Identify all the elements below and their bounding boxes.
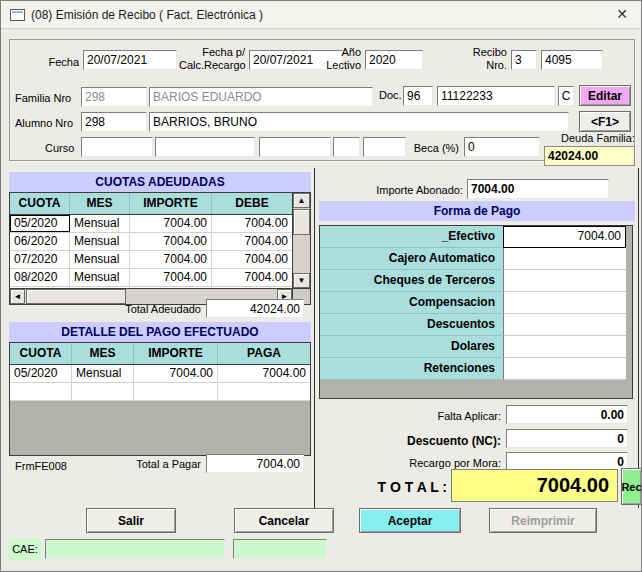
title-bar: (08) Emisión de Recibo ( Fact. Electróni…: [1, 1, 641, 29]
alumno-nro-input[interactable]: [81, 112, 147, 132]
rec-button[interactable]: Rec: [621, 468, 642, 505]
table-row[interactable]: 07/2020 Mensual 7004.00 7004.00: [10, 251, 292, 269]
descuento-nc-label: Descuento (NC):: [356, 434, 501, 448]
scrollbar-thumb[interactable]: [293, 209, 310, 235]
recibo-serie-input[interactable]: [511, 50, 537, 70]
detalle-pago-header: DETALLE DEL PAGO EFECTUADO: [9, 322, 311, 342]
falta-aplicar-input[interactable]: [506, 405, 628, 424]
familia-nro-label: Familia Nro: [15, 92, 71, 104]
cae-field-2[interactable]: [233, 539, 327, 559]
alumno-nombre-input[interactable]: [149, 112, 569, 132]
scroll-up-icon[interactable]: ▲: [293, 193, 310, 208]
salir-button[interactable]: Salir: [86, 508, 176, 533]
pago-row-cajero: Cajero Automatico: [320, 248, 632, 270]
total-a-pagar-label: Total a Pagar: [117, 458, 201, 470]
total-adeudado-label: Total Adeudado: [101, 303, 201, 315]
col-header-cuota: CUOTA: [10, 193, 70, 214]
forma-de-pago-grid: _Efectivo 7004.00 Cajero Automatico Cheq…: [319, 225, 633, 399]
window-title: (08) Emisión de Recibo ( Fact. Electróni…: [31, 1, 263, 29]
pago-row-efectivo: _Efectivo 7004.00: [320, 226, 632, 248]
pago-row-cheques: Cheques de Terceros: [320, 270, 632, 292]
deuda-familia-value: 42024.00: [544, 146, 635, 166]
curso-input-4[interactable]: [333, 137, 360, 157]
falta-aplicar-label: Falta Aplicar:: [361, 410, 501, 422]
total-a-pagar-input[interactable]: [206, 454, 304, 473]
familia-nombre-input[interactable]: [149, 87, 373, 107]
reimprimir-button[interactable]: Reimprimir: [489, 508, 597, 533]
col-header-cuota: CUOTA: [10, 343, 72, 364]
scroll-down-icon[interactable]: ▼: [293, 273, 310, 288]
fecha-recargo-label: Fecha p/ Calc.Recargo: [179, 46, 245, 72]
curso-input-3[interactable]: [259, 137, 331, 157]
anio-lectivo-input[interactable]: [365, 50, 423, 70]
importe-abonado-label: Importe Abonado:: [351, 184, 463, 196]
recargo-mora-label: Recargo por Mora:: [361, 457, 501, 469]
cancelar-button[interactable]: Cancelar: [234, 508, 334, 533]
editar-button[interactable]: Editar: [579, 85, 631, 106]
curso-input-5[interactable]: [363, 137, 406, 157]
table-row[interactable]: 08/2020 Mensual 7004.00 7004.00: [10, 269, 292, 287]
scrollbar-thumb[interactable]: [26, 289, 126, 304]
detalle-grid: CUOTA MES IMPORTE PAGA 05/2020 Mensual 7…: [9, 342, 311, 456]
col-header-paga: PAGA: [218, 343, 310, 364]
cuotas-grid: CUOTA MES IMPORTE DEBE 05/2020 Mensual 7…: [9, 192, 311, 305]
fecha-input[interactable]: [83, 50, 177, 70]
pago-row-dolares: Dolares: [320, 336, 632, 358]
emision-recibo-window: (08) Emisión de Recibo ( Fact. Electróni…: [0, 0, 642, 572]
curso-input-1[interactable]: [81, 137, 153, 157]
cuotas-grid-header: CUOTA MES IMPORTE DEBE: [10, 193, 292, 215]
curso-label: Curso: [45, 142, 74, 154]
table-row[interactable]: 05/2020 Mensual 7004.00 7004.00: [10, 365, 310, 383]
vertical-scrollbar[interactable]: ▲ ▼: [292, 193, 310, 288]
table-row-empty[interactable]: [10, 383, 310, 401]
anio-lectivo-label: Año Lectivo: [321, 46, 361, 72]
recibo-numero-input[interactable]: [541, 50, 603, 70]
right-border-line: [638, 168, 639, 508]
pago-row-compensacion: Compensacion: [320, 292, 632, 314]
total-value-box: 7004.00: [451, 469, 618, 502]
pago-row-retenciones: Retenciones: [320, 358, 632, 380]
col-header-importe: IMPORTE: [130, 193, 212, 214]
form-id-label: FrmFE008: [15, 460, 67, 472]
scroll-left-icon[interactable]: ◄: [10, 289, 25, 304]
doc-tipo-input[interactable]: [403, 86, 433, 106]
total-adeudado-input[interactable]: [206, 299, 304, 318]
grid-unused-area: [10, 401, 310, 455]
col-header-importe: IMPORTE: [134, 343, 218, 364]
curso-input-2[interactable]: [155, 137, 255, 157]
pago-row-descuentos: Descuentos: [320, 314, 632, 336]
fecha-label: Fecha: [19, 56, 79, 68]
familia-nro-input[interactable]: [81, 87, 147, 107]
descuento-nc-input[interactable]: [506, 429, 628, 448]
doc-numero-input[interactable]: [437, 86, 555, 106]
doc-letra-box: C: [558, 86, 574, 106]
panel-divider: [314, 168, 315, 508]
table-row[interactable]: 05/2020 Mensual 7004.00 7004.00: [10, 215, 292, 233]
cae-field-1[interactable]: [45, 539, 225, 559]
beca-label: Beca (%): [411, 142, 459, 154]
cuotas-adeudadas-header: CUOTAS ADEUDADAS: [9, 172, 311, 192]
detalle-grid-header: CUOTA MES IMPORTE PAGA: [10, 343, 310, 365]
deuda-familia-label: Deuda Familia:: [541, 132, 635, 144]
alumno-nro-label: Alumno Nro: [15, 117, 73, 129]
form-icon: [10, 9, 25, 21]
doc-label: Doc.: [379, 89, 402, 101]
total-label: T O T A L :: [351, 479, 447, 495]
col-header-mes: MES: [72, 343, 134, 364]
f1-button[interactable]: <F1>: [579, 111, 631, 132]
col-header-mes: MES: [70, 193, 130, 214]
grid-unused-strip: [626, 226, 632, 398]
cae-label: CAE:: [9, 538, 41, 560]
forma-de-pago-header: Forma de Pago: [319, 201, 635, 221]
recibo-nro-label: Recibo Nro.: [459, 46, 507, 72]
importe-abonado-input[interactable]: [467, 179, 609, 199]
aceptar-button[interactable]: Aceptar: [359, 508, 461, 533]
close-icon[interactable]: ✕: [611, 3, 633, 25]
col-header-debe: DEBE: [212, 193, 292, 214]
table-row[interactable]: 06/2020 Mensual 7004.00 7004.00: [10, 233, 292, 251]
beca-input[interactable]: [464, 137, 540, 157]
